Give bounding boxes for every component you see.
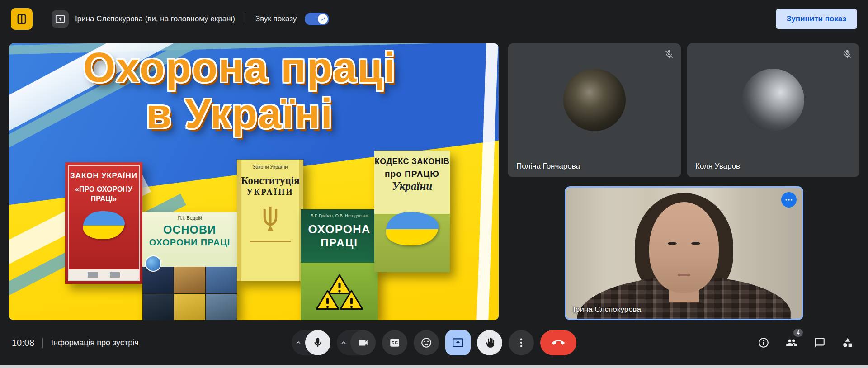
slide-title-line1: Охорона праці (32, 44, 448, 90)
app-logo-icon (11, 8, 33, 30)
participant-name: Коля Уваров (695, 162, 740, 171)
raise-hand-button[interactable] (477, 330, 502, 355)
activities-icon (842, 337, 854, 349)
meet-window: Ірина Слєпокурова (ви, на головному екра… (0, 0, 868, 368)
chat-icon (814, 337, 826, 349)
book-ornament (250, 241, 290, 242)
toggle-knob (318, 14, 328, 24)
bottom-bar-divider (42, 338, 43, 348)
more-horiz-icon (784, 195, 793, 204)
presenting-screen-icon (52, 10, 69, 28)
self-name: Ірина Слєпокурова (573, 305, 641, 314)
trident-emblem-icon (258, 204, 283, 234)
meeting-details-button[interactable] (753, 332, 774, 353)
book-title: «ПРО ОХОРОНУ (75, 185, 132, 194)
book-title: ПРАЦІ (301, 236, 378, 249)
self-video-person (691, 242, 700, 245)
panel-buttons: 4 (753, 332, 858, 353)
book-law-on-labor-protection: ЗАКОН УКРАЇНИ «ПРО ОХОРОНУ ПРАЦІ» (65, 162, 142, 284)
screen-bottom-edge (0, 365, 868, 368)
participant-count-badge: 4 (793, 329, 803, 337)
stop-presenting-button[interactable]: Зупинити показ (776, 9, 857, 29)
activities-button[interactable] (837, 332, 858, 353)
book-title: про ПРАЦЮ (374, 169, 450, 179)
globe-logo (145, 255, 161, 272)
mic-off-icon (842, 49, 852, 59)
book-cover-top: В.Г. Грибан, О.В. Негодченко ОХОРОНА ПРА… (301, 209, 378, 263)
more-options-button[interactable] (509, 330, 534, 355)
warning-signs-icon (312, 272, 367, 311)
raised-hand-icon (484, 337, 495, 349)
people-icon (786, 337, 797, 349)
share-audio-label: Звук показу (255, 14, 297, 24)
top-bar: Ірина Слєпокурова (ви, на головному екра… (0, 0, 868, 38)
camera-button[interactable] (350, 330, 376, 355)
self-video-person (649, 202, 719, 293)
mic-off-icon (664, 49, 674, 59)
book-okhorona-pratsi: В.Г. Грибан, О.В. Негодченко ОХОРОНА ПРА… (301, 209, 378, 320)
captions-button[interactable] (382, 330, 407, 355)
camera-control-group (337, 330, 376, 355)
book-cover-bottom (301, 263, 378, 320)
door-glyph-icon (16, 13, 28, 25)
book-series: Закони України (241, 164, 299, 170)
camera-options-chevron[interactable] (337, 330, 350, 355)
book-author: Я.І. Бедрій (142, 212, 237, 221)
control-bar: 10:08 Інформація про зустріч (0, 320, 868, 365)
closed-captions-icon (389, 337, 401, 349)
book-title: УКРАЇНИ (241, 188, 299, 197)
book-title: України (374, 180, 450, 193)
call-end-icon (552, 336, 565, 349)
book-constitution: Закони України Конституція УКРАЇНИ (237, 160, 303, 281)
reactions-button[interactable] (414, 330, 439, 355)
ukraine-map (386, 212, 439, 245)
book-title: ОХОРОНИ ПРАЦІ (142, 237, 237, 248)
mic-icon (312, 337, 324, 349)
book-title: ЗАКОН УКРАЇНИ (70, 171, 137, 180)
people-button-wrap: 4 (781, 332, 802, 353)
presentation-tile[interactable]: Охорона праці в Україні ЗАКОН УКРАЇНИ «П… (9, 43, 499, 320)
shared-slide: Охорона праці в Україні ЗАКОН УКРАЇНИ «П… (9, 43, 499, 320)
book-authors: В.Г. Грибан, О.В. Негодченко (301, 209, 378, 218)
end-call-button[interactable] (540, 330, 576, 355)
emoji-icon (420, 337, 432, 349)
chevron-up-icon (294, 339, 302, 347)
present-to-all-icon (452, 337, 464, 349)
self-video-tile[interactable]: Ірина Слєпокурова (565, 186, 803, 320)
present-to-all-icon (55, 14, 65, 24)
photo-montage (142, 267, 237, 320)
mic-button[interactable] (305, 330, 330, 355)
self-video-person (668, 242, 677, 245)
mic-options-chevron[interactable] (292, 330, 305, 355)
book-title: КОДЕКС ЗАКОНІВ (374, 157, 450, 166)
mic-control-group (292, 330, 330, 355)
self-video-person (678, 274, 690, 276)
more-vert-icon (515, 337, 527, 349)
chevron-up-icon (340, 339, 348, 347)
meeting-info-label[interactable]: Інформація про зустріч (51, 338, 138, 348)
book-title: ПРАЦІ» (91, 194, 117, 204)
participant-tile-kolya[interactable]: Коля Уваров (687, 43, 859, 177)
clock: 10:08 (12, 338, 34, 348)
present-button[interactable] (445, 330, 471, 355)
book-cover-frame: ЗАКОН УКРАЇНИ «ПРО ОХОРОНУ ПРАЦІ» (68, 165, 140, 281)
info-icon (758, 337, 769, 349)
meeting-info-group: 10:08 Інформація про зустріч (12, 338, 139, 348)
slide-title: Охорона праці в Україні (32, 44, 448, 137)
avatar (563, 69, 626, 131)
participant-tile-polina[interactable]: Поліна Гончарова (508, 43, 681, 177)
avatar (742, 69, 804, 131)
top-bar-divider (245, 13, 245, 25)
book-title: ОХОРОНА (301, 222, 378, 236)
participant-name: Поліна Гончарова (516, 162, 580, 171)
share-audio-toggle[interactable] (305, 13, 329, 25)
chat-button[interactable] (809, 332, 830, 353)
book-labor-code: КОДЕКС ЗАКОНІВ про ПРАЦЮ України (374, 151, 450, 272)
tile-options-button[interactable] (781, 192, 797, 208)
book-osnovy-okhorony-pratsi: Я.І. Бедрій ОСНОВИ ОХОРОНИ ПРАЦІ (142, 212, 237, 320)
videocam-icon (357, 337, 369, 349)
book-title: ОСНОВИ (142, 223, 237, 236)
check-icon (320, 16, 326, 22)
slide-title-line2: в Україні (32, 90, 448, 137)
call-controls (292, 330, 576, 355)
